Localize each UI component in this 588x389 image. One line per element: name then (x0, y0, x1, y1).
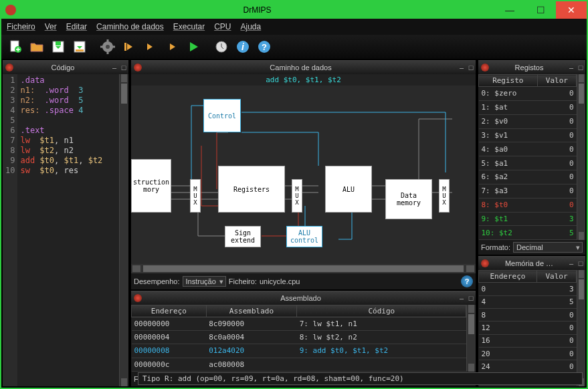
table-row[interactable]: 6: $a20 (479, 170, 577, 184)
code-editor[interactable]: 12345678910 .datan1: .word 3n2: .word 5r… (3, 74, 128, 386)
datapath-diagram[interactable]: structionmory Control MUX Registers MUX … (131, 86, 476, 264)
maximize-button[interactable]: ☐ (525, 1, 556, 19)
info-button[interactable]: i (233, 37, 253, 57)
scrollbar[interactable] (577, 74, 585, 240)
block-alu-control[interactable]: ALUcontrol (286, 226, 322, 247)
menu-editar[interactable]: Editar (66, 22, 87, 31)
code-panel-title: Código (16, 63, 110, 72)
table-row[interactable]: 5: $a10 (479, 156, 577, 170)
col-codigo[interactable]: Código (297, 305, 466, 317)
col-endereco[interactable]: Endereço (132, 305, 207, 317)
table-row[interactable]: 45 (479, 295, 577, 308)
app-icon (5, 5, 16, 15)
panel-maximize-button[interactable]: □ (466, 63, 476, 72)
col-endereco[interactable]: Endereço (479, 271, 537, 283)
assembled-table[interactable]: Endereço Assemblado Código 000000008c090… (131, 305, 466, 372)
datapath-help-button[interactable]: ? (461, 275, 473, 287)
menu-ajuda[interactable]: Ajuda (241, 22, 262, 31)
block-data-memory[interactable]: Datamemory (385, 179, 432, 219)
table-row[interactable]: 000000048c0a00048: lw $t2, n2 (132, 330, 466, 344)
block-alu[interactable]: ALU (325, 166, 372, 213)
panel-dot-icon (5, 63, 13, 72)
panel-minimize-button[interactable]: – (567, 259, 576, 267)
menu-cpu[interactable]: CPU (214, 22, 231, 31)
svg-rect-11 (124, 43, 126, 51)
table-row[interactable]: 10: $t25 (479, 226, 577, 240)
clock-button[interactable] (211, 37, 231, 57)
new-file-button[interactable] (5, 37, 25, 57)
table-row[interactable]: 1: $at0 (479, 100, 577, 114)
panel-maximize-button[interactable]: □ (466, 294, 476, 302)
ficheiro-label: Ficheiro: (229, 277, 257, 285)
col-valor[interactable]: Valor (536, 271, 576, 283)
help-button[interactable]: ? (254, 37, 274, 57)
svg-rect-4 (76, 49, 84, 51)
table-row[interactable]: 120 (479, 321, 577, 334)
assemble-button[interactable] (98, 37, 118, 57)
step-back-button[interactable] (140, 37, 161, 57)
table-row[interactable]: 03 (479, 283, 577, 295)
panel-minimize-button[interactable]: – (110, 63, 119, 72)
table-row[interactable]: 000000008c0900007: lw $t1, n1 (132, 317, 466, 330)
table-row[interactable]: 0000000cac080008 (132, 358, 466, 371)
block-mux-3[interactable]: MUX (439, 179, 450, 213)
close-button[interactable]: ✕ (556, 1, 587, 19)
datapath-instruction: add $t0, $t1, $t2 (131, 74, 476, 86)
table-row[interactable]: 240 (479, 360, 577, 373)
save-button[interactable] (48, 37, 68, 57)
table-row[interactable]: 2: $v00 (479, 114, 577, 128)
panel-minimize-button[interactable]: – (567, 63, 576, 72)
titlebar: DrMIPS — ☐ ✕ (1, 1, 587, 19)
reg-format-select[interactable]: Decimal (513, 242, 583, 253)
table-row[interactable]: 0: $zero0 (479, 87, 577, 101)
block-mux-1[interactable]: MUX (190, 179, 201, 213)
menu-ficheiro[interactable]: Ficheiro (7, 22, 35, 31)
restart-button[interactable] (119, 37, 139, 57)
block-instruction-memory[interactable]: structionmory (131, 159, 171, 213)
table-row[interactable]: 3: $v10 (479, 128, 577, 142)
datapath-panel-title: Caminho de dados (144, 63, 457, 72)
col-valor[interactable]: Valor (537, 75, 576, 87)
step-button[interactable] (162, 37, 182, 57)
block-sign-extend[interactable]: Signextend (225, 226, 261, 247)
save-as-button[interactable] (70, 37, 90, 57)
panel-minimize-button[interactable]: – (457, 294, 466, 302)
table-row[interactable]: 160 (479, 334, 577, 347)
run-button[interactable] (183, 37, 203, 57)
registers-table[interactable]: Registo Valor 0: $zero01: $at02: $v003: … (478, 74, 577, 240)
block-mux-2[interactable]: MUX (292, 179, 302, 213)
panel-maximize-button[interactable]: □ (576, 259, 585, 267)
minimize-button[interactable]: — (494, 1, 525, 19)
table-row[interactable]: 00000008012a40209: add $t0, $t1, $t2 (132, 344, 466, 358)
table-row[interactable]: 8: $t00 (479, 198, 577, 212)
panel-maximize-button[interactable]: □ (576, 63, 585, 72)
block-control[interactable]: Control (203, 99, 241, 132)
table-row[interactable]: 7: $a30 (479, 184, 577, 198)
scrollbar[interactable] (577, 270, 585, 386)
menu-caminho[interactable]: Caminho de dados (96, 22, 164, 31)
table-row[interactable]: 9: $t13 (479, 212, 577, 226)
panel-dot-icon (134, 63, 142, 72)
panel-dot-icon (134, 294, 142, 302)
panel-dot-icon (481, 63, 489, 72)
menu-ver[interactable]: Ver (45, 22, 57, 31)
block-registers[interactable]: Registers (218, 166, 285, 213)
memory-table[interactable]: Endereço Valor 034580120160200240280 (478, 270, 577, 386)
ficheiro-value: unicycle.cpu (260, 277, 300, 285)
panel-maximize-button[interactable]: □ (119, 63, 128, 72)
menu-executar[interactable]: Executar (173, 22, 205, 31)
scrollbar[interactable] (119, 74, 128, 386)
table-row[interactable]: 80 (479, 309, 577, 321)
col-assemblado[interactable]: Assemblado (206, 305, 297, 317)
open-file-button[interactable] (27, 37, 47, 57)
table-row[interactable]: 200 (479, 347, 577, 360)
desempenho-label: Desempenho: (134, 277, 180, 285)
panel-minimize-button[interactable]: – (457, 63, 466, 72)
scrollbar[interactable] (466, 305, 476, 372)
registers-panel-title: Registos (492, 63, 567, 72)
panel-dot-icon (481, 259, 489, 267)
col-registo[interactable]: Registo (479, 75, 538, 87)
scrollbar-horizontal[interactable] (131, 264, 476, 273)
table-row[interactable]: 4: $a00 (479, 142, 577, 156)
desempenho-select[interactable]: Instrução (183, 276, 226, 287)
